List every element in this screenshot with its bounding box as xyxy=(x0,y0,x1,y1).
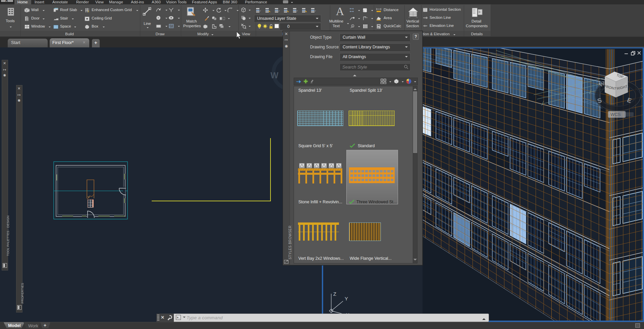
svg-text:1: 1 xyxy=(352,25,353,27)
svg-text:Y: Y xyxy=(345,296,348,301)
svg-text:W: W xyxy=(270,71,279,80)
svg-text:Z: Z xyxy=(333,291,336,297)
svg-text:cm: cm xyxy=(365,16,367,18)
svg-text:WCS: WCS xyxy=(610,112,621,117)
